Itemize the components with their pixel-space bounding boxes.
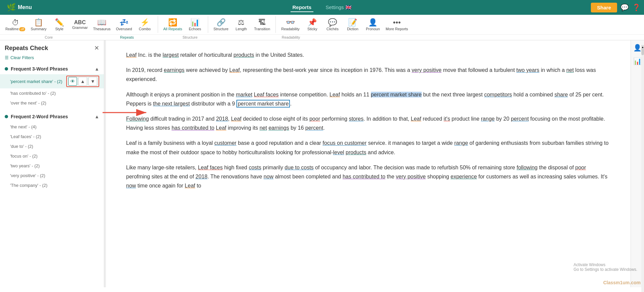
tool-pronoun[interactable]: 👤 Pronoun [363,17,383,32]
range-2: range [454,140,468,146]
tool-overused[interactable]: 💤 Overused [113,17,135,32]
eye-button[interactable]: 👁 [68,77,77,86]
phrase-item-focus-on[interactable]: 'focus on' - (2) [0,151,104,161]
help-icon-button[interactable]: ❓ [632,3,641,11]
products-2: products [346,150,366,155]
down-button[interactable]: ▼ [88,77,97,86]
chart-icon[interactable]: 📊 [633,57,642,65]
chevron-up-icon-3: ▲ [94,66,99,72]
user-icon[interactable]: 👤 [633,44,642,52]
phrase-item-selected[interactable]: 'percent market share' - (2) 👁 ▲ ▼ [0,74,104,88]
earnings-2: earnings [268,125,289,131]
leaf-is-text: Leaf is [126,140,142,146]
overused-icon: 💤 [119,18,128,27]
largest-1: largest [163,52,179,58]
more-reports-icon: ••• [393,18,401,27]
section-label-frequent-2: Frequent 2-Word Phrases [11,114,68,119]
repeats-group: 🔁 All Repeats 📊 Echoes [161,17,205,32]
separator-2 [208,16,208,33]
phrase-item-leaf-faces[interactable]: 'Leaf faces' - (2) [0,132,104,141]
scroll-up-button[interactable]: ▲ [641,45,644,49]
phrase-item-due-to[interactable]: 'due to' - (2) [0,141,104,151]
tool-length[interactable]: ⚖ Length [231,17,251,32]
now-2: now [126,183,136,189]
phrase-item-very-positive[interactable]: 'very positive' - (2) [0,171,104,180]
tool-transition[interactable]: 🏗 Transition [251,17,273,32]
tool-grammar[interactable]: ABC Grammar [69,18,90,31]
tool-all-repeats[interactable]: 🔁 All Repeats [161,17,185,32]
all-repeats-icon: 🔁 [168,18,177,27]
clear-filters-button[interactable]: ☰ Clear Filters [0,54,104,64]
diction-icon: 📝 [348,18,357,27]
content-area: Leaf Inc. is the largest retailer of hor… [106,40,631,287]
tool-summary[interactable]: 📋 Summary [28,17,49,32]
stores-1: stores [349,116,364,122]
earnings-1: earnings [164,67,184,73]
filter-icon: ☰ [5,55,9,60]
tool-sticky[interactable]: 📌 Sticky [302,17,323,32]
readability-label: Readability [281,27,299,31]
leaf-inc: Leaf [126,52,137,58]
sidebar: Repeats Check ✕ ☰ Clear Filters Frequent… [0,40,104,287]
phrase-text-leaf-faces: 'Leaf faces' - (2) [10,134,41,139]
transition-label: Transition [254,27,270,31]
tool-style[interactable]: ✏️ Style [49,17,69,32]
arrow-annotation [99,106,153,121]
message-icon-button[interactable]: 💬 [620,3,629,11]
structure-group: 🔗 Structure ⚖ Length 🏗 Transition [211,17,273,32]
competitors-1: competitors [484,92,512,97]
experience-1: experience [451,174,477,179]
phrase-item-the-next[interactable]: 'the next' - (4) [0,122,104,132]
nav-center: Reports Settings 🇬🇧 [290,3,353,12]
tool-realtime[interactable]: ⏱ Realtimeoff [3,17,28,32]
poor-1: poor [309,116,320,122]
tool-combo[interactable]: ⚡ Combo [135,17,155,32]
summary-icon: 📋 [34,18,43,27]
section-frequent-2-header[interactable]: Frequent 2-Word Phrases ▲ [0,111,104,122]
tool-diction[interactable]: 📝 Diction [343,17,363,32]
realtime-icon: ⏱ [12,18,19,27]
close-button[interactable]: ✕ [94,44,99,52]
toolbar-row: ⏱ Realtimeoff 📋 Summary ✏️ Style ABC Gra… [0,15,644,34]
tool-readability[interactable]: 👓 Readability [278,17,302,32]
tool-cliches[interactable]: 💬 Clichés [323,17,343,32]
separator-3 [275,16,276,33]
leaf-faces-1: Leaf faces [254,92,279,97]
pronoun-icon: 👤 [368,18,377,27]
up-button[interactable]: ▲ [78,77,87,86]
chevron-up-icon-2: ▲ [94,114,99,119]
share-button[interactable]: Share [591,3,617,12]
main-layout: Repeats Check ✕ ☰ Clear Filters Frequent… [0,40,644,287]
section-header-left: Frequent 3-Word Phrases [5,66,68,72]
sticky-label: Sticky [307,27,317,31]
tool-echoes[interactable]: 📊 Echoes [185,17,205,32]
phrase-item-has-contributed[interactable]: 'has contributed to' - (2) [0,88,104,98]
section-dot-2 [5,115,8,118]
scrollbar-track[interactable]: ▲ [641,45,644,292]
pronoun-label: Pronoun [366,27,380,31]
menu-button[interactable]: 🌿 Menu [3,2,35,13]
phrase-item-two-years[interactable]: 'two years' - (2) [0,161,104,171]
section-frequent-3-header[interactable]: Frequent 3-Word Phrases ▲ [0,64,104,74]
phrase-item-over-the-next[interactable]: 'over the next' - (2) [0,98,104,108]
tool-thesaurus[interactable]: 📖 Thesaurus [90,17,113,32]
following-2: following [517,165,537,170]
core-group: ⏱ Realtimeoff 📋 Summary ✏️ Style ABC Gra… [3,17,155,32]
leaf-faces-2: Leaf faces [198,165,223,170]
all-repeats-label: All Repeats [163,27,182,31]
tool-structure[interactable]: 🔗 Structure [211,17,231,32]
phrase-text-the-company: 'The company' - (2) [10,183,47,188]
nav-settings[interactable]: Settings 🇬🇧 [324,3,353,12]
menu-label: Menu [18,4,32,10]
has-contributed-to-1: has contributed to [172,125,214,131]
style-label: Style [55,27,63,31]
2018-1: 2018 [216,116,228,122]
tool-more-reports[interactable]: ••• More Reports [383,17,411,32]
phrase-item-the-company[interactable]: 'The company' - (2) [0,180,104,190]
nav-reports[interactable]: Reports [290,3,313,12]
the-next-largest-1: the next largest [153,101,190,107]
leaf-6: Leaf [216,125,226,131]
toolbar: ⏱ Realtimeoff 📋 Summary ✏️ Style ABC Gra… [0,15,644,40]
paragraph-5: Leaf is a family business with a loyal c… [126,138,610,157]
share-1: share [555,92,568,97]
